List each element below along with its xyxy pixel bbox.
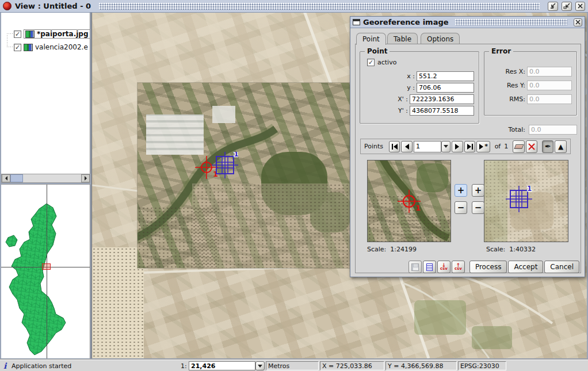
- csv-down-icon: ↓csv: [440, 263, 448, 271]
- raster-layer-icon: [24, 44, 33, 51]
- dialog-window-icon: [353, 19, 360, 25]
- erase-point-button[interactable]: [513, 140, 525, 153]
- scroll-left-button[interactable]: [2, 174, 10, 182]
- new-point-icon: [479, 144, 484, 150]
- import-csv-button[interactable]: ↑csv: [452, 261, 465, 273]
- scale-value-field[interactable]: [189, 361, 255, 370]
- tree-guide-line: [7, 33, 7, 47]
- edit-point-tool-button[interactable]: ✒: [542, 140, 554, 153]
- y-label: y :: [407, 84, 415, 91]
- status-bar: i Application started 1: Metros X = 725,…: [0, 359, 588, 371]
- tab-table[interactable]: Table: [387, 33, 418, 44]
- tab-label: Options: [427, 35, 453, 43]
- cancel-label: Cancel: [550, 263, 574, 271]
- window-title: View : Untitled - 0: [15, 2, 91, 10]
- rms-label: RMS:: [509, 95, 525, 103]
- rms-field: [527, 94, 572, 104]
- layer-item-valencia2002[interactable]: ✓ valencia2002.e: [14, 42, 88, 52]
- delete-point-button[interactable]: [526, 140, 538, 153]
- cancel-button[interactable]: Cancel: [544, 261, 579, 273]
- maximize-icon: [563, 3, 570, 9]
- layer-label: valencia2002.e: [35, 43, 88, 51]
- window-titlebar[interactable]: View : Untitled - 0: [0, 0, 588, 13]
- dialog-titlebar[interactable]: Georeference image: [350, 17, 585, 28]
- toc-horizontal-scrollbar[interactable]: [1, 174, 90, 183]
- next-point-button[interactable]: [452, 141, 463, 152]
- x-field[interactable]: [417, 71, 474, 81]
- dialog-close-button[interactable]: [574, 18, 582, 26]
- blue-marker-label: 1: [234, 152, 238, 158]
- process-button[interactable]: Process: [469, 261, 507, 273]
- tab-label: Point: [362, 35, 380, 43]
- window-close-button[interactable]: [575, 2, 585, 11]
- activo-checkbox[interactable]: ✓: [367, 59, 375, 66]
- overview-map[interactable]: [1, 184, 90, 358]
- layer-checkbox[interactable]: ✓: [14, 30, 21, 38]
- y-field[interactable]: [417, 83, 474, 93]
- layer-checkbox[interactable]: ✓: [14, 44, 21, 51]
- restore-down-icon: [549, 3, 556, 9]
- urban-area: [192, 183, 371, 268]
- points-navigator: Points * of 1 ✒ ▲: [360, 139, 571, 154]
- raster-preview[interactable]: 1: [367, 160, 451, 242]
- error-groupbox: Error Res X: Res Y: RMS:: [484, 51, 577, 116]
- point-group-title: Point: [365, 47, 390, 55]
- previous-icon: [404, 144, 410, 150]
- zoom-in-left-button[interactable]: +: [455, 184, 467, 197]
- map-y-label: Y' :: [398, 107, 408, 114]
- first-icon: [391, 144, 398, 150]
- total-field: [529, 125, 577, 135]
- of-label: of: [495, 143, 501, 150]
- green-field: [414, 300, 466, 335]
- scrollbar-thumb[interactable]: [10, 174, 23, 182]
- previous-point-button[interactable]: [401, 141, 413, 152]
- map-x-label: X' :: [398, 95, 408, 103]
- report-button[interactable]: [423, 261, 436, 273]
- layer-tree-panel[interactable]: ✓ *paiporta.jpg ✓ valencia2002.e: [1, 13, 90, 174]
- save-button[interactable]: [408, 261, 422, 273]
- export-csv-button[interactable]: ↓csv: [437, 261, 450, 273]
- first-point-button[interactable]: [389, 141, 400, 152]
- zoom-in-right-button[interactable]: +: [472, 184, 484, 197]
- zoom-out-left-button[interactable]: −: [455, 201, 467, 214]
- layer-item-paiporta[interactable]: ✓ *paiporta.jpg: [14, 29, 90, 39]
- scale-dropdown-button[interactable]: [255, 361, 265, 370]
- close-icon: [577, 3, 583, 9]
- maximize-button[interactable]: [562, 2, 572, 11]
- titlebar-texture: [455, 19, 567, 25]
- point-selector-combo[interactable]: [414, 141, 450, 152]
- accept-button[interactable]: Accept: [508, 261, 543, 273]
- last-icon: [467, 144, 474, 150]
- right-scale-label: Scale: 1:40332: [486, 246, 536, 253]
- raster-layer-icon: [25, 30, 35, 38]
- scale-prefix-label: 1:: [181, 362, 187, 370]
- zoom-to-point-button[interactable]: ▲: [555, 140, 567, 153]
- valencia-region-shape: [1, 185, 90, 358]
- map-y-field[interactable]: [410, 106, 474, 116]
- gvsig-logo-icon: [3, 2, 12, 10]
- zoom-out-right-button[interactable]: −: [472, 201, 484, 214]
- restore-button[interactable]: [548, 2, 558, 11]
- last-point-button[interactable]: [464, 141, 476, 152]
- triangle-up-icon: ▲: [558, 143, 563, 151]
- activo-checkbox-row[interactable]: ✓ activo: [367, 59, 396, 66]
- paiporta-raster-overlay: [138, 83, 371, 268]
- map-x-field[interactable]: [410, 94, 474, 104]
- scroll-right-button[interactable]: [81, 174, 90, 182]
- combo-dropdown-button[interactable]: [441, 141, 450, 152]
- process-label: Process: [475, 263, 502, 271]
- map-preview[interactable]: 1 1: [484, 160, 568, 242]
- tab-label: Table: [394, 35, 411, 43]
- green-field: [472, 326, 512, 349]
- pale-city-zone: [92, 247, 144, 358]
- units-cell: Metros: [266, 361, 319, 370]
- tab-options[interactable]: Options: [421, 33, 460, 44]
- left-arrow-icon: [5, 176, 7, 181]
- new-point-button[interactable]: *: [476, 141, 490, 152]
- eraser-icon: [514, 144, 524, 149]
- chevron-down-icon: [444, 145, 448, 148]
- point-number-field[interactable]: [414, 141, 441, 152]
- tab-point[interactable]: Point: [356, 33, 386, 45]
- georeference-dialog: Georeference image Point Table Options P…: [350, 16, 585, 277]
- point-groupbox: Point ✓ activo x : y : X' : Y' :: [360, 51, 479, 124]
